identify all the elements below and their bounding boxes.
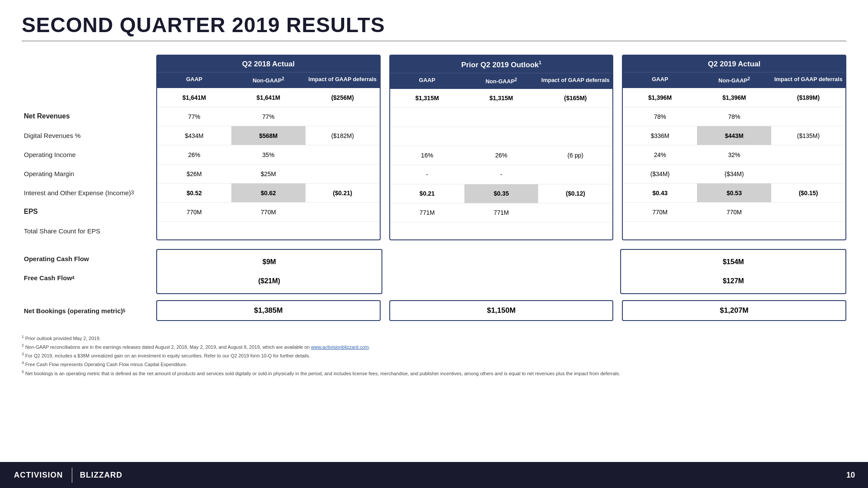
cell-tsc-nongaap-1: 770M xyxy=(231,203,306,221)
group-prior-q2-2019-outlook: Prior Q2 2019 Outlook1 GAAP Non-GAAP2 Im… xyxy=(389,55,614,240)
table-row: 24% 32% xyxy=(623,145,845,164)
cell-nr-gaap-1: $1,641M xyxy=(157,88,231,107)
cell-nr-impact-1: ($256M) xyxy=(306,88,380,107)
cell-nr-nongaap-3: $1,396M xyxy=(697,88,771,107)
cell-oi-nongaap-1: $568M xyxy=(231,126,306,145)
footer-logo-blizzard: BLIZZARD xyxy=(79,466,127,484)
group-header-q2-2018: Q2 2018 Actual xyxy=(157,56,380,72)
cell-om-gaap-2: 16% xyxy=(390,146,464,165)
page-number: 10 xyxy=(846,471,855,480)
blizzard-logo-svg: BLIZZARD xyxy=(79,466,127,481)
footnote-3: 3 For Q2 2019, includes a $38M unrealize… xyxy=(22,351,846,359)
footer-logo-divider xyxy=(72,468,72,483)
table-row: $0.21 $0.35 ($0.12) xyxy=(390,184,613,203)
main-content: Net Revenues Digital Revenues % Operatin… xyxy=(22,55,846,479)
nb-value-q2-2019: $1,207M xyxy=(622,300,846,321)
cf-labels: Operating Cash Flow Free Cash Flow4 xyxy=(22,249,156,294)
cell-dr-impact-1 xyxy=(306,107,380,126)
cf-operating-q2-2019: $154M xyxy=(624,252,843,272)
row-label-eps: EPS xyxy=(22,202,156,221)
cell-eps-gaap-2: $0.21 xyxy=(390,184,464,203)
col-header-nongaap-2: Non-GAAP2 xyxy=(464,73,539,89)
group-header-prior-q2-2019: Prior Q2 2019 Outlook1 xyxy=(390,56,613,73)
cell-om-impact-2: (6 pp) xyxy=(538,146,612,165)
table-row xyxy=(390,127,613,146)
row-label-total-share-count: Total Share Count for EPS xyxy=(22,221,156,240)
cell-nr-impact-2: ($165M) xyxy=(538,89,612,108)
cell-om-impact-3 xyxy=(771,145,845,164)
cell-tsc-impact-1 xyxy=(306,203,380,221)
cell-ie-gaap-3: ($34M) xyxy=(623,164,697,183)
cell-oi-gaap-3: $336M xyxy=(623,126,697,145)
col-headers-q2-2019: GAAP Non-GAAP2 Impact of GAAP deferrals xyxy=(623,72,845,88)
nb-value-q2-2018: $1,385M xyxy=(156,300,381,321)
table-row xyxy=(390,108,613,127)
cell-oi-gaap-1: $434M xyxy=(157,126,231,145)
cell-dr-impact-2 xyxy=(538,108,612,127)
cell-ie-nongaap-3: ($34M) xyxy=(697,164,771,183)
cell-oi-impact-2 xyxy=(538,127,612,146)
table-row: $1,641M $1,641M ($256M) xyxy=(157,88,380,107)
data-rows-q2-2019: $1,396M $1,396M ($189M) 78% 78% $336M xyxy=(623,88,845,222)
table-row: 770M 770M xyxy=(623,203,845,222)
title-divider xyxy=(22,40,846,42)
cell-om-gaap-3: 24% xyxy=(623,145,697,164)
footnote-link[interactable]: www.activisionblizzard.com xyxy=(311,344,369,350)
cell-om-nongaap-1: 35% xyxy=(231,145,306,164)
footnote-2: 2 Non-GAAP reconciliations are in the ea… xyxy=(22,343,846,350)
footer-bar: ACTIVISION BLIZZARD 10 xyxy=(0,462,868,488)
col-header-nongaap-3: Non-GAAP2 xyxy=(697,72,771,88)
footer-logos: ACTIVISION BLIZZARD xyxy=(13,466,127,484)
cf-free-q2-2018: ($21M) xyxy=(160,272,379,291)
cell-dr-impact-3 xyxy=(771,107,845,126)
cell-oi-impact-3: ($135M) xyxy=(771,126,845,145)
col-header-gaap-1: GAAP xyxy=(157,72,231,88)
cell-ie-gaap-1: $26M xyxy=(157,164,231,183)
cell-oi-nongaap-3: $443M xyxy=(697,126,771,145)
cell-ie-nongaap-1: $25M xyxy=(231,164,306,183)
footer-logo-activision: ACTIVISION xyxy=(13,466,65,484)
row-label-digital-revenues: Digital Revenues % xyxy=(22,126,156,145)
cell-eps-nongaap-1: $0.62 xyxy=(231,183,306,202)
data-rows-q2-2018: $1,641M $1,641M ($256M) 77% 77% $434M xyxy=(157,88,380,222)
cell-oi-gaap-2 xyxy=(390,127,464,146)
cell-dr-gaap-3: 78% xyxy=(623,107,697,126)
group-header-q2-2019: Q2 2019 Actual xyxy=(623,56,845,72)
cell-tsc-gaap-3: 770M xyxy=(623,203,697,221)
cell-dr-gaap-2 xyxy=(390,108,464,127)
footnote-5: 5 Net bookings is an operating metric th… xyxy=(22,369,846,377)
col-header-impact-1: Impact of GAAP deferrals xyxy=(306,72,380,88)
cf-label-operating: Operating Cash Flow xyxy=(22,249,156,268)
cell-eps-impact-2: ($0.12) xyxy=(538,184,612,203)
col-header-impact-2: Impact of GAAP deferrals xyxy=(538,73,612,89)
cell-oi-nongaap-2 xyxy=(464,127,539,146)
table-row: 26% 35% xyxy=(157,145,380,164)
table-row: $0.52 $0.62 ($0.21) xyxy=(157,183,380,203)
cell-nr-nongaap-2: $1,315M xyxy=(464,89,539,108)
net-bookings-label: Net Bookings (operating metric)5 xyxy=(22,300,156,321)
footnote-4: 4 Free Cash Flow represents Operating Ca… xyxy=(22,360,846,368)
cell-eps-impact-1: ($0.21) xyxy=(306,183,380,202)
cell-ie-impact-1 xyxy=(306,164,380,183)
col-header-nongaap-1: Non-GAAP2 xyxy=(231,72,306,88)
label-header-spacer xyxy=(22,55,156,107)
cell-eps-nongaap-2: $0.35 xyxy=(464,184,539,203)
cell-nr-gaap-3: $1,396M xyxy=(623,88,697,107)
footnotes: 1 Prior outlook provided May 2, 2019. 2 … xyxy=(22,330,846,378)
cell-ie-nongaap-2: - xyxy=(464,165,539,184)
cell-dr-nongaap-3: 78% xyxy=(697,107,771,126)
table-row: $434M $568M ($182M) xyxy=(157,126,380,145)
cell-oi-impact-1: ($182M) xyxy=(306,126,380,145)
row-label-net-revenues: Net Revenues xyxy=(22,107,156,126)
table-row: 771M 771M xyxy=(390,203,613,223)
page: SECOND QUARTER 2019 RESULTS Net Revenues… xyxy=(0,0,868,488)
cell-om-gaap-1: 26% xyxy=(157,145,231,164)
cell-eps-nongaap-3: $0.53 xyxy=(697,183,771,202)
activision-logo-svg: ACTIVISION xyxy=(13,466,65,481)
col-header-impact-3: Impact of GAAP deferrals xyxy=(771,72,845,88)
cf-group-q2-2019: $154M $127M xyxy=(620,249,846,294)
cell-dr-nongaap-1: 77% xyxy=(231,107,306,126)
cell-tsc-impact-2 xyxy=(538,203,612,222)
table-row: - - xyxy=(390,165,613,184)
row-labels: Net Revenues Digital Revenues % Operatin… xyxy=(22,55,156,240)
